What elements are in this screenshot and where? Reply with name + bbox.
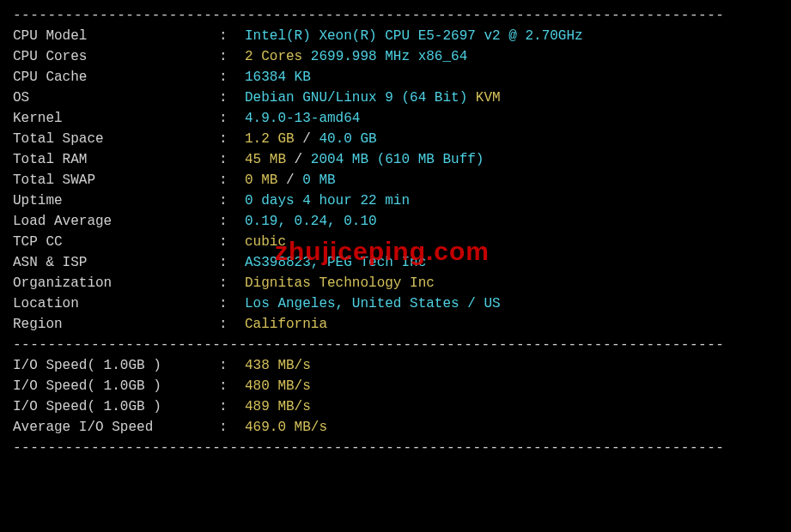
colon: : bbox=[219, 88, 245, 108]
colon: : bbox=[219, 170, 245, 190]
row-load-avg: Load Average : 0.19, 0.24, 0.10 bbox=[13, 211, 778, 232]
label-asn-isp: ASN & ISP bbox=[13, 252, 219, 273]
divider-top: ----------------------------------------… bbox=[13, 5, 778, 26]
colon: : bbox=[219, 293, 245, 314]
label-total-ram: Total RAM bbox=[13, 149, 219, 170]
row-tcp-cc: TCP CC : cubic bbox=[13, 232, 778, 252]
value-uptime: 0 days 4 hour 22 min bbox=[245, 190, 778, 211]
value-location: Los Angeles, United States / US bbox=[245, 293, 778, 314]
row-organization: Organization : Dignitas Technology Inc bbox=[13, 273, 778, 293]
value-total-space: 1.2 GB / 40.0 GB bbox=[245, 129, 778, 149]
value-total-swap: 0 MB / 0 MB bbox=[245, 170, 778, 190]
value-total-ram: 45 MB / 2004 MB (610 MB Buff) bbox=[245, 149, 778, 170]
row-location: Location : Los Angeles, United States / … bbox=[13, 293, 778, 314]
row-total-swap: Total SWAP : 0 MB / 0 MB bbox=[13, 170, 778, 190]
label-io-1: I/O Speed( 1.0GB ) bbox=[13, 355, 219, 376]
label-load-avg: Load Average bbox=[13, 211, 219, 232]
row-io-avg: Average I/O Speed : 469.0 MB/s bbox=[13, 417, 778, 438]
colon: : bbox=[219, 190, 245, 211]
label-kernel: Kernel bbox=[13, 108, 219, 129]
colon: : bbox=[219, 232, 245, 252]
value-organization: Dignitas Technology Inc bbox=[245, 273, 778, 293]
label-uptime: Uptime bbox=[13, 190, 219, 211]
row-io-2: I/O Speed( 1.0GB ) : 480 MB/s bbox=[13, 376, 778, 396]
colon: : bbox=[219, 314, 245, 335]
row-region: Region : California bbox=[13, 314, 778, 335]
colon: : bbox=[219, 417, 245, 438]
label-os: OS bbox=[13, 88, 219, 108]
colon: : bbox=[219, 355, 245, 376]
label-cpu-cache: CPU Cache bbox=[13, 67, 219, 88]
label-total-swap: Total SWAP bbox=[13, 170, 219, 190]
label-cpu-cores: CPU Cores bbox=[13, 46, 219, 67]
colon: : bbox=[219, 252, 245, 273]
label-io-3: I/O Speed( 1.0GB ) bbox=[13, 396, 219, 417]
label-io-2: I/O Speed( 1.0GB ) bbox=[13, 376, 219, 396]
divider-middle: ----------------------------------------… bbox=[13, 335, 778, 355]
row-uptime: Uptime : 0 days 4 hour 22 min bbox=[13, 190, 778, 211]
row-total-space: Total Space : 1.2 GB / 40.0 GB bbox=[13, 129, 778, 149]
row-kernel: Kernel : 4.9.0-13-amd64 bbox=[13, 108, 778, 129]
label-region: Region bbox=[13, 314, 219, 335]
value-cpu-model: Intel(R) Xeon(R) CPU E5-2697 v2 @ 2.70GH… bbox=[245, 26, 778, 46]
value-io-avg: 469.0 MB/s bbox=[245, 417, 778, 438]
value-io-1: 438 MB/s bbox=[245, 355, 778, 376]
row-cpu-model: CPU Model : Intel(R) Xeon(R) CPU E5-2697… bbox=[13, 26, 778, 46]
label-organization: Organization bbox=[13, 273, 219, 293]
value-load-avg: 0.19, 0.24, 0.10 bbox=[245, 211, 778, 232]
terminal-output: ----------------------------------------… bbox=[0, 0, 791, 532]
value-cpu-cache: 16384 KB bbox=[245, 67, 778, 88]
colon: : bbox=[219, 396, 245, 417]
label-io-avg: Average I/O Speed bbox=[13, 417, 219, 438]
label-tcp-cc: TCP CC bbox=[13, 232, 219, 252]
row-total-ram: Total RAM : 45 MB / 2004 MB (610 MB Buff… bbox=[13, 149, 778, 170]
row-asn-isp: ASN & ISP : AS398823, PEG Tech Inc bbox=[13, 252, 778, 273]
row-os: OS : Debian GNU/Linux 9 (64 Bit) KVM bbox=[13, 88, 778, 108]
colon: : bbox=[219, 211, 245, 232]
value-tcp-cc: cubic bbox=[245, 232, 778, 252]
row-io-3: I/O Speed( 1.0GB ) : 489 MB/s bbox=[13, 396, 778, 417]
colon: : bbox=[219, 149, 245, 170]
value-kernel: 4.9.0-13-amd64 bbox=[245, 108, 778, 129]
colon: : bbox=[219, 376, 245, 396]
label-cpu-model: CPU Model bbox=[13, 26, 219, 46]
label-location: Location bbox=[13, 293, 219, 314]
value-asn-isp: AS398823, PEG Tech Inc bbox=[245, 252, 778, 273]
colon: : bbox=[219, 129, 245, 149]
label-total-space: Total Space bbox=[13, 129, 219, 149]
row-cpu-cache: CPU Cache : 16384 KB bbox=[13, 67, 778, 88]
colon: : bbox=[219, 273, 245, 293]
value-region: California bbox=[245, 314, 778, 335]
colon: : bbox=[219, 67, 245, 88]
value-cpu-cores: 2 Cores 2699.998 MHz x86_64 bbox=[245, 46, 778, 67]
colon: : bbox=[219, 26, 245, 46]
row-io-1: I/O Speed( 1.0GB ) : 438 MB/s bbox=[13, 355, 778, 376]
value-io-3: 489 MB/s bbox=[245, 396, 778, 417]
colon: : bbox=[219, 108, 245, 129]
colon: : bbox=[219, 46, 245, 67]
value-os: Debian GNU/Linux 9 (64 Bit) KVM bbox=[245, 88, 778, 108]
divider-bottom: ----------------------------------------… bbox=[13, 438, 778, 458]
value-io-2: 480 MB/s bbox=[245, 376, 778, 396]
row-cpu-cores: CPU Cores : 2 Cores 2699.998 MHz x86_64 bbox=[13, 46, 778, 67]
